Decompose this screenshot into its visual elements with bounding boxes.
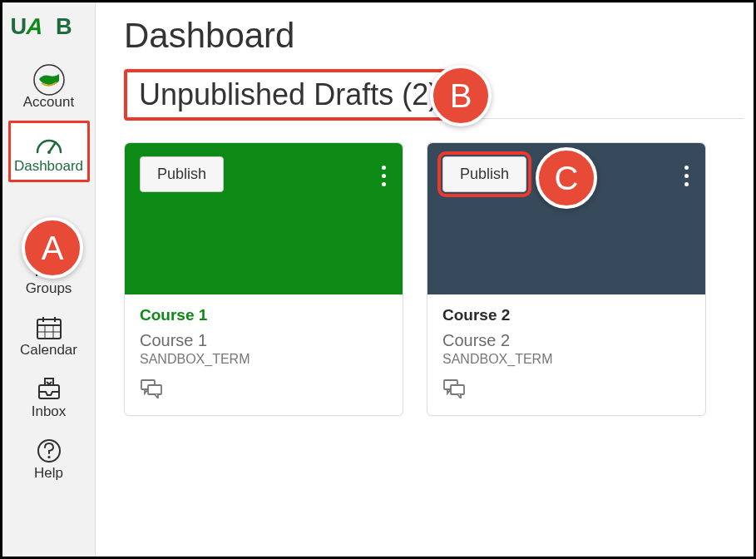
nav-calendar-label: Calendar	[20, 342, 77, 359]
course-title-link[interactable]: Course 1	[140, 306, 388, 324]
inbox-icon	[36, 375, 62, 403]
course-term: SANDBOX_TERM	[442, 352, 690, 367]
help-icon	[36, 437, 62, 465]
svg-point-18	[47, 456, 50, 458]
nav-dashboard-label: Dashboard	[14, 158, 83, 175]
course-card[interactable]: Publish Course 1 Course 1 SANDBOX_TERM	[124, 142, 403, 416]
discussions-icon[interactable]	[140, 378, 388, 402]
svg-rect-20	[148, 385, 161, 394]
nav-account-label: Account	[23, 94, 74, 111]
svg-rect-22	[451, 385, 464, 394]
nav-dashboard[interactable]: Dashboard	[8, 121, 90, 182]
section-title-text: Unpublished Drafts (2)	[139, 77, 438, 111]
course-term: SANDBOX_TERM	[140, 352, 388, 367]
course-cards-row: Publish Course 1 Course 1 SANDBOX_TERM	[124, 142, 730, 416]
main-content: Dashboard Unpublished Drafts (2) Publish…	[96, 2, 754, 416]
nav-inbox[interactable]: Inbox	[8, 369, 90, 425]
annotation-badge-b: B	[430, 65, 492, 126]
course-card-body: Course 2 Course 2 SANDBOX_TERM	[427, 294, 705, 415]
nav-help-label: Help	[34, 465, 63, 482]
nav-calendar[interactable]: Calendar	[8, 307, 90, 364]
uab-logo: U A B	[8, 7, 90, 44]
course-card-header: Publish	[125, 143, 403, 294]
account-avatar-icon	[33, 66, 65, 94]
course-title-link[interactable]: Course 2	[442, 306, 690, 324]
course-subtitle: Course 1	[140, 331, 388, 350]
nav-groups-label: Groups	[26, 280, 72, 297]
page-title: Dashboard	[124, 16, 730, 56]
unpublished-drafts-heading: Unpublished Drafts (2)	[124, 69, 453, 121]
card-menu-kebab-icon[interactable]	[382, 161, 386, 190]
svg-line-5	[49, 142, 56, 152]
course-card-body: Course 1 Course 1 SANDBOX_TERM	[125, 294, 403, 415]
card-menu-kebab-icon[interactable]	[684, 161, 689, 190]
svg-text:B: B	[56, 13, 72, 39]
nav-help[interactable]: Help	[8, 430, 90, 487]
course-subtitle: Course 2	[442, 331, 690, 350]
svg-rect-9	[37, 319, 61, 339]
discussions-icon[interactable]	[442, 378, 690, 402]
nav-account[interactable]: Account	[8, 59, 90, 116]
publish-button[interactable]: Publish	[140, 156, 224, 192]
speedometer-icon	[34, 130, 64, 158]
publish-button[interactable]: Publish	[442, 156, 526, 192]
global-nav-sidebar: U A B Account Dashboard	[2, 2, 96, 557]
calendar-icon	[36, 314, 62, 342]
annotation-badge-a: A	[22, 217, 83, 279]
nav-inbox-label: Inbox	[32, 403, 67, 420]
annotation-badge-c: C	[536, 147, 597, 209]
svg-point-6	[47, 151, 51, 154]
svg-text:A: A	[23, 13, 47, 38]
